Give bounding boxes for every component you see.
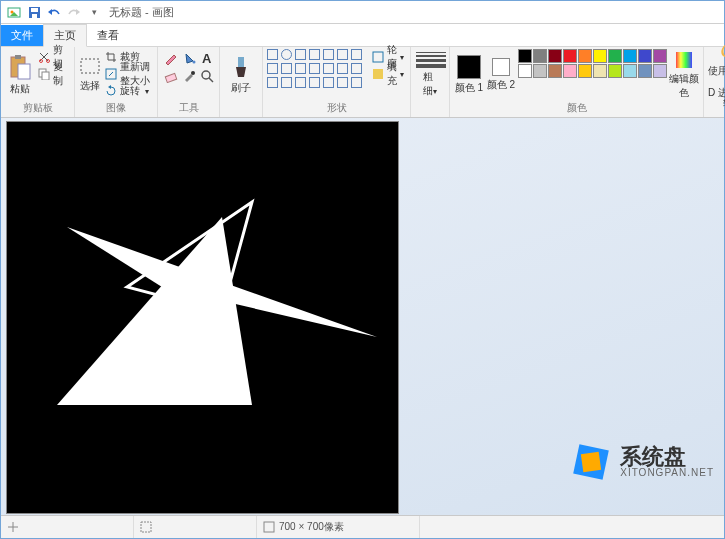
color-palette[interactable]: [518, 49, 667, 78]
redo-icon[interactable]: [65, 3, 83, 21]
picker-icon[interactable]: [180, 67, 197, 84]
color2-button[interactable]: 颜色 2: [486, 49, 516, 101]
status-sel: [134, 516, 257, 538]
cursor-pos-icon: [7, 521, 19, 533]
resize-icon: [105, 68, 117, 80]
titlebar: ▾ 无标题 - 画图: [1, 1, 724, 24]
svg-rect-29: [141, 522, 151, 532]
palette-swatch[interactable]: [548, 49, 562, 63]
svg-rect-16: [165, 73, 176, 82]
palette-swatch[interactable]: [638, 64, 652, 78]
menubar: 文件 主页 查看: [1, 24, 724, 47]
group-clipboard-label: 剪贴板: [5, 101, 70, 116]
palette-swatch[interactable]: [518, 64, 532, 78]
resize-button[interactable]: 重新调整大小: [103, 66, 153, 82]
palette-swatch[interactable]: [578, 49, 592, 63]
palette-swatch[interactable]: [533, 49, 547, 63]
group-colors: 颜色 1 颜色 2 编辑颜色 颜色: [450, 47, 704, 117]
svg-rect-21: [373, 69, 383, 79]
window-title: 无标题 - 画图: [109, 5, 174, 20]
svg-point-14: [192, 60, 195, 63]
brush-button[interactable]: 刷子: [224, 49, 258, 101]
group-shapes: 轮廓▾ 填充▾ 形状: [263, 47, 411, 117]
group-tools-label: 工具: [162, 101, 215, 116]
palette-swatch[interactable]: [563, 49, 577, 63]
paste-icon: [9, 54, 31, 80]
paste-label: 粘贴: [10, 82, 30, 96]
copy-icon: [38, 68, 50, 80]
palette-swatch[interactable]: [623, 49, 637, 63]
tab-view[interactable]: 查看: [87, 25, 129, 46]
palette-swatch[interactable]: [593, 64, 607, 78]
svg-rect-11: [42, 72, 49, 80]
color1-swatch: [457, 55, 481, 79]
eraser-icon[interactable]: [162, 67, 179, 84]
group-clipboard: 粘贴 剪切 复制 剪贴板: [1, 47, 75, 117]
palette-swatch[interactable]: [608, 64, 622, 78]
cut-icon: [38, 51, 50, 63]
watermark: 系统盘XITONGPAN.NET: [568, 439, 714, 485]
palette-swatch[interactable]: [653, 49, 667, 63]
svg-text:A: A: [202, 51, 212, 65]
svg-rect-4: [32, 14, 37, 18]
edit-colors-button[interactable]: 编辑颜色: [669, 49, 699, 101]
palette-swatch[interactable]: [533, 64, 547, 78]
statusbar: 700 × 700像素: [1, 515, 724, 538]
canvas-area[interactable]: 系统盘XITONGPAN.NET: [1, 118, 724, 515]
canvas-size-icon: [263, 521, 275, 533]
palette-swatch[interactable]: [653, 64, 667, 78]
svg-point-18: [202, 71, 210, 79]
fill-button[interactable]: 填充▾: [370, 66, 406, 82]
svg-rect-20: [373, 52, 383, 62]
rotate-button[interactable]: 旋转▾: [103, 83, 153, 99]
palette-swatch[interactable]: [548, 64, 562, 78]
crop-icon: [105, 51, 117, 63]
svg-rect-3: [31, 8, 38, 12]
palette-swatch[interactable]: [638, 49, 652, 63]
watermark-icon: [568, 439, 614, 485]
text-icon[interactable]: A: [198, 49, 215, 66]
color1-button[interactable]: 颜色 1: [454, 49, 484, 101]
edit3d-button[interactable]: 使用画图 3D 进行编辑: [708, 49, 725, 101]
palette-swatch[interactable]: [518, 49, 532, 63]
status-dims: 700 × 700像素: [257, 516, 420, 538]
paste-button[interactable]: 粘贴: [5, 49, 34, 101]
svg-rect-6: [15, 55, 21, 59]
shapes-gallery[interactable]: [267, 49, 364, 90]
brush-icon: [231, 55, 251, 79]
palette-swatch[interactable]: [623, 64, 637, 78]
group-image: 选择 裁剪 重新调整大小 旋转▾ 图像: [75, 47, 158, 117]
thickness-icon: [416, 52, 446, 68]
palette-swatch[interactable]: [608, 49, 622, 63]
edit3d-icon: [717, 41, 725, 63]
select-label: 选择: [80, 79, 100, 93]
fillshape-icon: [372, 68, 384, 80]
palette-swatch[interactable]: [563, 64, 577, 78]
thickness-button[interactable]: 粗细▾: [415, 49, 445, 101]
svg-rect-12: [81, 59, 99, 73]
group-tools: A 工具: [158, 47, 220, 117]
zoom-icon[interactable]: [198, 67, 215, 84]
svg-point-17: [191, 71, 195, 75]
svg-rect-22: [676, 52, 692, 68]
qat-more-icon[interactable]: ▾: [85, 3, 103, 21]
edit-colors-icon: [674, 50, 694, 70]
undo-icon[interactable]: [45, 3, 63, 21]
group-image-label: 图像: [79, 101, 153, 116]
fill-icon[interactable]: [180, 49, 197, 66]
group-brush: 刷子: [220, 47, 263, 117]
palette-swatch[interactable]: [593, 49, 607, 63]
app-icon: [5, 3, 23, 21]
copy-button[interactable]: 复制: [36, 66, 70, 82]
save-icon[interactable]: [25, 3, 43, 21]
select-icon: [79, 57, 101, 77]
group-thickness: 粗细▾: [411, 47, 450, 117]
selection-size-icon: [140, 521, 152, 533]
tab-file[interactable]: 文件: [1, 25, 43, 46]
select-button[interactable]: 选择: [79, 49, 101, 101]
palette-swatch[interactable]: [578, 64, 592, 78]
color2-swatch: [492, 58, 510, 76]
canvas[interactable]: [7, 122, 398, 513]
pencil-icon[interactable]: [162, 49, 179, 66]
svg-rect-7: [18, 64, 30, 79]
